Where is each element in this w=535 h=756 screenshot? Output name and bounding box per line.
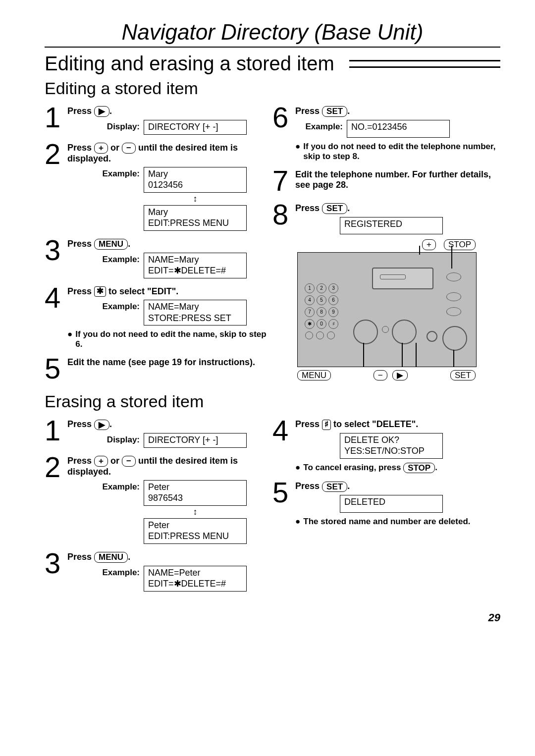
or-text: or bbox=[110, 143, 119, 153]
step-number: 1 bbox=[45, 103, 67, 132]
edit-step-5: 5 Edit the name (see page 19 for instruc… bbox=[45, 354, 272, 383]
edit-step-3: 3 Press MENU. Example: NAME=MaryEDIT=✱DE… bbox=[45, 236, 272, 278]
subheading-erase: Erasing a stored item bbox=[45, 392, 500, 411]
note: ●If you do not need to edit the telephon… bbox=[295, 142, 500, 162]
base-unit-illustration: 123 456 789 ✱0♯ bbox=[297, 252, 477, 367]
display-box: DELETED bbox=[340, 495, 443, 513]
step-number: 3 bbox=[45, 236, 67, 265]
display-box: PeterEDIT:PRESS MENU bbox=[144, 518, 247, 544]
plus-key-label: + bbox=[422, 239, 436, 250]
step-number: 2 bbox=[45, 140, 67, 168]
erase-step-5: 5 Press SET. DELETED ●The stored name an… bbox=[272, 478, 500, 527]
menu-key-label: MENU bbox=[297, 370, 331, 381]
display-label: Display: bbox=[97, 120, 144, 132]
display-label: Display: bbox=[97, 433, 144, 445]
erase-step-4: 4 Press ♯ to select "DELETE". DELETE OK?… bbox=[272, 416, 500, 473]
subheading-edit: Editing a stored item bbox=[45, 79, 500, 98]
updown-arrow-icon: ↕ bbox=[144, 507, 247, 517]
edit-step-1: 1 Press ▶. Display: DIRECTORY [+ -] bbox=[45, 103, 272, 135]
erase-step-3: 3 Press MENU. Example: NAME=PeterEDIT=✱D… bbox=[45, 549, 272, 592]
menu-key: MENU bbox=[94, 552, 128, 563]
stop-key: STOP bbox=[403, 463, 435, 474]
display-box: Peter9876543 bbox=[144, 480, 247, 506]
display-box: NAME=MarySTORE:PRESS SET bbox=[144, 300, 247, 325]
press-label: Press bbox=[295, 203, 320, 213]
note: ●The stored name and number are deleted. bbox=[295, 517, 500, 527]
plus-icon: + bbox=[94, 456, 108, 467]
press-label: Press bbox=[67, 106, 92, 116]
press-label: Press bbox=[67, 456, 92, 466]
example-label: Example: bbox=[97, 167, 144, 179]
h1-text: Editing and erasing a stored item bbox=[45, 53, 334, 75]
hash-icon: ♯ bbox=[322, 420, 331, 430]
step-number: 4 bbox=[45, 283, 67, 312]
note: ●If you do not need to edit the name, sk… bbox=[67, 329, 272, 349]
minus-icon: − bbox=[122, 456, 136, 467]
play-icon: ▶ bbox=[94, 420, 109, 431]
play-key-label: ▶ bbox=[392, 370, 408, 381]
example-label: Example: bbox=[97, 253, 144, 265]
step-number: 6 bbox=[272, 103, 295, 132]
star-icon: ✱ bbox=[94, 286, 106, 297]
keypad: 123 456 789 ✱0♯ bbox=[304, 282, 339, 341]
set-key: SET bbox=[322, 482, 347, 492]
display-box: MaryEDIT:PRESS MENU bbox=[144, 205, 247, 231]
step-number: 5 bbox=[45, 354, 67, 383]
step-number: 7 bbox=[272, 166, 295, 195]
erase-step-1: 1 Press ▶. Display: DIRECTORY [+ -] bbox=[45, 416, 272, 448]
step-text: until the desired item is displayed. bbox=[67, 143, 238, 163]
step-text: Edit the telephone number. For further d… bbox=[295, 169, 500, 190]
updown-arrow-icon: ↕ bbox=[144, 194, 247, 204]
erase-step-2: 2 Press + or − until the desired item is… bbox=[45, 453, 272, 544]
step-text: to select "DELETE". bbox=[331, 419, 418, 429]
stop-key-label: STOP bbox=[444, 239, 476, 250]
set-key: SET bbox=[322, 203, 347, 214]
press-label: Press bbox=[67, 239, 92, 249]
set-key: SET bbox=[322, 106, 347, 117]
step-number: 2 bbox=[45, 453, 67, 482]
edit-step-2: 2 Press + or − until the desired item is… bbox=[45, 140, 272, 231]
display-box: DIRECTORY [+ -] bbox=[144, 120, 247, 135]
set-key-label: SET bbox=[450, 370, 476, 381]
or-text: or bbox=[110, 456, 119, 466]
example-label: Example: bbox=[97, 480, 144, 492]
page-title: Navigator Directory (Base Unit) bbox=[45, 20, 500, 48]
step-number: 8 bbox=[272, 200, 295, 229]
press-label: Press bbox=[295, 106, 320, 116]
play-icon: ▶ bbox=[94, 106, 109, 117]
minus-key-label: − bbox=[374, 370, 387, 381]
display-box: NO.=0123456 bbox=[347, 120, 450, 138]
menu-key: MENU bbox=[94, 239, 128, 250]
edit-step-7: 7 Edit the telephone number. For further… bbox=[272, 166, 500, 195]
step-number: 3 bbox=[45, 549, 67, 578]
display-box: NAME=MaryEDIT=✱DELETE=# bbox=[144, 253, 247, 278]
display-box: Mary0123456 bbox=[144, 167, 247, 193]
press-label: Press bbox=[67, 552, 92, 562]
step-text: Edit the name (see page 19 for instructi… bbox=[67, 357, 272, 368]
page-number: 29 bbox=[45, 611, 500, 624]
heading-rule bbox=[349, 60, 500, 68]
edit-step-4: 4 Press ✱ to select "EDIT". Example: NAM… bbox=[45, 283, 272, 350]
press-label: Press bbox=[67, 419, 92, 429]
step-number: 4 bbox=[272, 416, 295, 445]
example-label: Example: bbox=[300, 120, 347, 132]
note: ● To cancel erasing, press STOP. bbox=[295, 463, 500, 474]
press-label: Press bbox=[295, 419, 320, 429]
edit-step-6: 6 Press SET. Example: NO.=0123456 ●If yo… bbox=[272, 103, 500, 162]
example-label: Example: bbox=[97, 300, 144, 312]
plus-icon: + bbox=[94, 143, 108, 154]
step-number: 5 bbox=[272, 478, 295, 507]
edit-step-8: 8 Press SET. REGISTERED bbox=[272, 200, 500, 235]
minus-icon: − bbox=[122, 143, 136, 154]
press-label: Press bbox=[67, 143, 92, 153]
example-label: Example: bbox=[97, 566, 144, 578]
press-label: Press bbox=[295, 481, 320, 491]
press-label: Press bbox=[67, 286, 92, 296]
display-box: DELETE OK?YES:SET/NO:STOP bbox=[340, 433, 443, 459]
step-text: until the desired item is displayed. bbox=[67, 456, 238, 477]
display-box: NAME=PeterEDIT=✱DELETE=# bbox=[144, 566, 247, 592]
display-box: REGISTERED bbox=[340, 217, 443, 235]
step-number: 1 bbox=[45, 416, 67, 445]
section-heading: Editing and erasing a stored item bbox=[45, 53, 500, 75]
step-text: to select "EDIT". bbox=[106, 286, 178, 296]
